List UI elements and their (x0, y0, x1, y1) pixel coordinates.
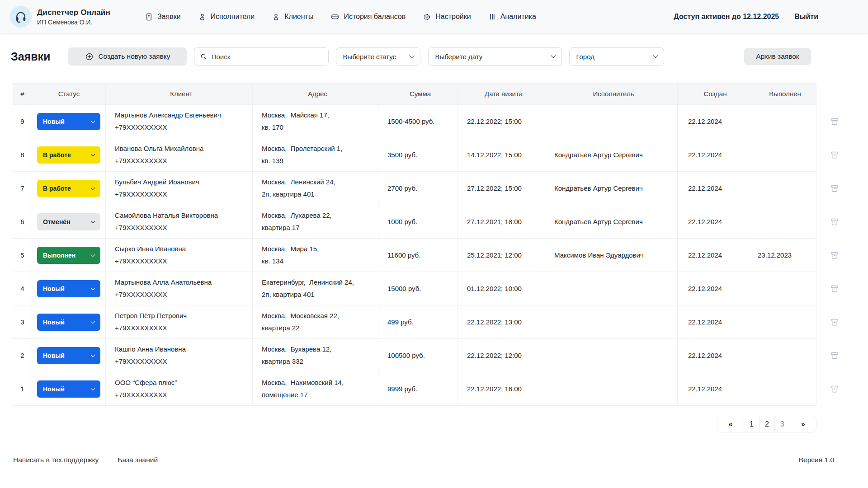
pagination-page-1[interactable]: 1 (744, 416, 759, 432)
col-header-executor: Исполнитель (545, 84, 677, 104)
client-name: ООО “Сфера плюс” (115, 378, 248, 388)
plus-circle-icon (85, 52, 94, 61)
address-line1: Екатеринбург, Ленинский 24, (262, 277, 373, 287)
chevron-down-icon (91, 386, 95, 390)
client-name: Мартынов Александр Евгеньевич (115, 110, 248, 120)
status-label: Отменён (43, 217, 71, 227)
visit-date: 22.12.2022; 13:00 (467, 317, 540, 327)
city-filter-label: Город (576, 53, 594, 61)
status-dropdown[interactable]: В работе (37, 146, 100, 164)
nav-item-ispolniteli[interactable]: Исполнители (198, 13, 255, 21)
page-title: Заявки (11, 50, 50, 63)
table-row: 7 В работе Бульбич Андрей Иоанович +79XX… (13, 171, 816, 205)
archive-requests-label: Архив заявок (756, 52, 799, 61)
created-date: 22.12.2024 (688, 250, 742, 260)
status-filter-label: Выберите статус (343, 53, 396, 61)
status-label: Новый (43, 384, 65, 394)
row-number: 4 (20, 284, 24, 294)
create-request-button[interactable]: Создать новую заявку (68, 47, 187, 66)
nav-item-balances[interactable]: История балансов (330, 12, 406, 21)
nav-item-nastroyki[interactable]: Настройки (423, 13, 471, 21)
created-date: 22.12.2024 (688, 351, 742, 361)
client-name: Сырко Инна Ивановна (115, 244, 248, 254)
client-name: Самойлова Наталья Викторовна (115, 211, 248, 221)
visit-date: 22.12.2022; 16:00 (467, 384, 540, 394)
client-phone: +79XXXXXXXXX (115, 323, 248, 333)
status-filter-select[interactable]: Выберите статус (336, 47, 420, 66)
nav-item-zayavki[interactable]: Заявки (145, 13, 181, 21)
status-label: Новый (43, 351, 65, 361)
visit-date: 22.12.2022; 12:00 (467, 351, 540, 361)
address-line2: 2п, квартира 401 (262, 189, 373, 199)
pagination-next[interactable]: » (790, 416, 816, 432)
app-logo: Диспетчер Онлайн ИП Семёнова О.И. (10, 6, 110, 28)
wallet-icon (330, 12, 340, 21)
client-name: Бульбич Андрей Иоанович (115, 177, 248, 187)
search-input[interactable] (212, 53, 323, 61)
client-phone: +79XXXXXXXXX (115, 223, 248, 233)
pagination-page-2[interactable]: 2 (759, 416, 774, 432)
person-icon (198, 13, 207, 21)
col-header-visit: Дата визита (458, 84, 545, 104)
chevron-down-icon (91, 118, 95, 123)
archive-box-icon[interactable] (830, 351, 840, 361)
row-number: 9 (20, 117, 24, 127)
amount: 9999 руб. (387, 384, 453, 394)
pagination-prev[interactable]: « (717, 416, 744, 432)
city-filter-select[interactable]: Город (569, 47, 664, 66)
address-line2: квартира 332 (262, 357, 373, 366)
logout-button[interactable]: Выйти (794, 13, 818, 21)
status-dropdown[interactable]: Новый (37, 380, 100, 398)
amount: 100500 руб. (387, 351, 453, 361)
page-footer: Написать в тех.поддержку База знаний Вер… (0, 456, 868, 464)
status-label: В работе (43, 150, 71, 160)
status-dropdown[interactable]: Новый (37, 113, 100, 130)
address-line1: Москва, Майская 17, (262, 110, 373, 120)
archive-box-icon[interactable] (830, 217, 840, 227)
create-request-label: Создать новую заявку (98, 52, 170, 61)
status-dropdown[interactable]: Новый (37, 314, 100, 331)
row-number: 1 (20, 384, 24, 394)
archive-requests-button[interactable]: Архив заявок (744, 48, 811, 65)
nav-item-analitika[interactable]: Аналитика (488, 13, 536, 21)
status-dropdown[interactable]: Новый (37, 280, 100, 297)
status-label: Новый (43, 317, 65, 327)
address-line2: кв. 170 (262, 122, 373, 132)
search-icon (200, 52, 207, 61)
nav-label: Клиенты (284, 13, 313, 21)
archive-box-icon[interactable] (830, 317, 840, 327)
pagination: « 1 2 3 » (717, 416, 816, 432)
row-number: 6 (20, 217, 24, 227)
visit-date: 27.12.2021; 18:00 (467, 217, 540, 227)
col-header-client: Клиент (105, 84, 252, 104)
visit-date: 27.12.2022; 15:00 (467, 183, 540, 193)
date-filter-select[interactable]: Выберите дату (428, 47, 562, 66)
knowledge-base-link[interactable]: База знаний (118, 456, 158, 464)
client-phone: +79XXXXXXXXX (115, 256, 248, 266)
nav-item-klienty[interactable]: Клиенты (272, 13, 313, 21)
archive-box-icon[interactable] (830, 250, 840, 260)
nav-label: История балансов (344, 13, 406, 21)
amount: 1500-4500 руб. (387, 117, 453, 127)
status-dropdown[interactable]: В работе (37, 180, 100, 197)
amount: 3500 руб. (387, 150, 453, 160)
amount: 15000 руб. (387, 284, 453, 294)
status-dropdown[interactable]: Новый (37, 347, 100, 364)
archive-box-icon[interactable] (830, 183, 840, 193)
archive-box-icon[interactable] (830, 150, 840, 160)
support-link[interactable]: Написать в тех.поддержку (13, 456, 99, 464)
archive-box-icon[interactable] (830, 117, 840, 127)
col-header-num: # (13, 84, 32, 104)
client-name: Иванова Ольга Михайловна (115, 144, 248, 154)
pagination-page-3[interactable]: 3 (774, 416, 790, 432)
headset-icon (10, 6, 32, 28)
amount: 2700 руб. (387, 183, 453, 193)
table-row: 1 Новый ООО “Сфера плюс” +79XXXXXXXXX Мо… (13, 372, 816, 405)
col-header-completed: Выполнен (747, 84, 817, 104)
address-line1: Москва, Бухарева 12, (262, 344, 373, 354)
chevron-down-icon (410, 53, 415, 58)
status-dropdown[interactable]: Выполнен (37, 247, 100, 264)
status-dropdown[interactable]: Отменён (37, 213, 100, 230)
archive-box-icon[interactable] (830, 284, 840, 294)
archive-box-icon[interactable] (830, 384, 840, 394)
